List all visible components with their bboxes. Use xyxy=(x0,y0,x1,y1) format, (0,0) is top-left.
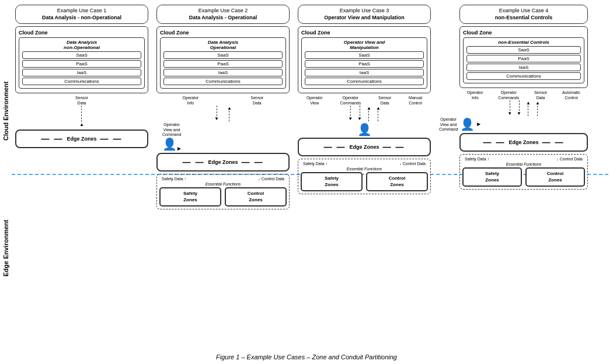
uc2-person-area: OperatorView andCommand 👤 ► xyxy=(162,123,290,152)
uc4-arr3: ▲ xyxy=(526,100,531,116)
uc3-edge-label: Edge Zones xyxy=(349,144,379,150)
uc3-arr1: ▼ xyxy=(348,106,353,121)
use-case-3-column: Example Use Case 3 Operator View and Man… xyxy=(298,5,431,194)
uc1-edge-area: — — Edge Zones — — xyxy=(15,130,148,148)
uc4-edge-label: Edge Zones xyxy=(508,139,538,145)
uc4-iaas: IaaS xyxy=(466,64,581,71)
uc1-title: Example Use Case 1 Data Analysis - non-O… xyxy=(15,5,148,24)
uc2-data-flow-labels: Safety Data ↑ ↓ Control Data xyxy=(159,177,287,181)
uc4-data-flow-labels: Safety Data ↑ ↓ Control Data xyxy=(462,157,585,161)
uc4-saas: SaaS xyxy=(466,46,581,54)
uc3-control-zone: ControlZones xyxy=(366,172,428,191)
uc1-edge-zone: — — Edge Zones — — xyxy=(15,130,148,148)
uc2-essential-label: Essential Functions xyxy=(159,182,287,186)
uc4-flow-sensor: SensorData xyxy=(534,90,547,100)
uc1-flow-label: SensorData xyxy=(75,96,88,106)
uc2-edge-dash-right: — — xyxy=(242,158,264,167)
uc4-safety-data-label: Safety Data ↑ xyxy=(465,157,489,161)
use-case-1-column: Example Use Case 1 Data Analysis - non-O… xyxy=(15,5,148,148)
uc4-arr2: ▼ xyxy=(517,100,521,116)
uc2-saas: SaaS xyxy=(163,51,283,59)
uc4-edge-area: — — Edge Zones — — Safety Data ↑ ↓ Contr… xyxy=(459,133,588,190)
uc4-arr1: ▼ xyxy=(507,100,512,116)
uc4-cloud-inner: non-Essential Controls SaaS PaaS IaaS Co… xyxy=(463,37,584,83)
uc2-arrows: ▼ ▲ xyxy=(214,106,232,121)
uc1-comms: Communications xyxy=(22,78,141,85)
uc4-cloud-title: non-Essential Controls xyxy=(466,40,581,45)
uc3-essential-label: Essential Functions xyxy=(301,167,428,171)
uc4-arrows: ▼ ▼ ▲ ▲ xyxy=(507,100,540,116)
uc4-arr4: ▲ xyxy=(535,100,540,116)
uc3-paas: PaaS xyxy=(305,60,424,68)
uc2-paas: PaaS xyxy=(163,60,283,68)
uc1-saas: SaaS xyxy=(22,51,141,59)
uc2-cloud-zone-label: Cloud Zone xyxy=(160,30,286,36)
uc1-arrows: ▲ xyxy=(79,106,84,127)
uc3-flow-manual: ManualControl xyxy=(409,96,422,106)
uc2-flow-labels: OperatorInfo SensorData xyxy=(156,96,290,106)
uc4-comms: Communications xyxy=(466,72,581,80)
uc3-data-flow-labels: Safety Data ↑ ↓ Control Data xyxy=(301,162,428,166)
uc2-cloud-zone: Cloud Zone Data AnalysisOperational SaaS… xyxy=(156,26,290,93)
uc4-control-zone: ControlZones xyxy=(525,167,585,187)
cloud-environment-label: Cloud Environment xyxy=(2,52,9,169)
uc2-iaas: IaaS xyxy=(163,69,283,76)
uc2-safety-zone: SafetyZones xyxy=(159,187,221,206)
main-container: Cloud Environment Edge Environment Examp… xyxy=(0,0,613,364)
uc1-arrow-area: SensorData ▲ xyxy=(15,96,148,127)
uc4-sub-zones-container: Safety Data ↑ ↓ Control Data Essential F… xyxy=(459,154,588,190)
uc3-control-data-label: ↓ Control Data xyxy=(399,162,426,166)
uc2-sub-zones-container: Safety Data ↑ ↓ Control Data Essential F… xyxy=(156,174,290,209)
uc3-cloud-inner: Operator View andManipulation SaaS PaaS … xyxy=(301,37,427,89)
uc3-safety-data-label: Safety Data ↑ xyxy=(303,162,328,166)
uc4-edge-dash-right: — — xyxy=(542,138,565,147)
uc2-arrow-area: OperatorInfo SensorData ▼ ▲ xyxy=(156,96,290,121)
uc3-comms: Communications xyxy=(305,78,424,85)
uc3-person-icon: 👤 xyxy=(357,123,372,136)
uc3-arr2: ▼ xyxy=(357,106,362,121)
uc4-person-icon: 👤 xyxy=(460,117,475,131)
uc1-cloud-inner: Data Analysisnon-Operational SaaS PaaS I… xyxy=(19,37,145,89)
figure-caption: Figure 1 – Example Use Cases – Zone and … xyxy=(0,354,613,360)
uc4-cloud-zone-label: Cloud Zone xyxy=(463,30,584,36)
uc1-cloud-zone-label: Cloud Zone xyxy=(19,30,145,36)
uc3-arrows: ▼ ▼ ▲ ▲ xyxy=(348,106,381,121)
uc2-flow-op-info: OperatorInfo xyxy=(183,96,199,106)
uc1-cloud-zone: Cloud Zone Data Analysisnon-Operational … xyxy=(15,26,148,93)
uc1-edge-label: Edge Zones xyxy=(67,136,96,142)
uc2-title: Example Use Case 2 Data Analysis - Opera… xyxy=(156,5,290,24)
uc3-edge-zone: — — Edge Zones — — xyxy=(298,138,431,156)
uc4-safety-zone: SafetyZones xyxy=(462,167,522,187)
uc4-title: Example Use Case 4 non-Essential Control… xyxy=(459,5,588,24)
uc2-arrow-1: ▼ xyxy=(214,106,219,121)
uc4-control-data-label: ↓ Control Data xyxy=(556,157,583,161)
uc2-person-label: OperatorView andCommand xyxy=(162,123,181,137)
uc3-person-area: 👤 xyxy=(298,123,431,136)
uc3-arr4: ▲ xyxy=(376,106,381,121)
uc3-flow-opcmds: OperatorCommands xyxy=(340,96,361,106)
uc1-edge-dash-left: — — xyxy=(41,134,64,144)
uc1-iaas: IaaS xyxy=(22,69,141,76)
uc4-edge-dash-left: — — xyxy=(483,138,506,147)
uc3-flow-sensor: SensorData xyxy=(378,96,391,106)
uc3-edge-dash-left: — — xyxy=(324,142,346,152)
use-case-4-column: Example Use Case 4 non-Essential Control… xyxy=(439,5,608,190)
uc3-iaas: IaaS xyxy=(305,69,424,76)
uc2-edge-area: — — Edge Zones — — Safety Data ↑ ↓ Contr… xyxy=(156,153,290,209)
uc3-safety-zone: SafetyZones xyxy=(301,172,363,191)
use-case-2-column: Example Use Case 2 Data Analysis - Opera… xyxy=(156,5,290,209)
uc1-cloud-title: Data Analysisnon-Operational xyxy=(22,40,141,50)
uc3-sub-zones-container: Safety Data ↑ ↓ Control Data Essential F… xyxy=(298,159,431,194)
uc3-flow-labels: OperatorView OperatorCommands SensorData… xyxy=(298,96,431,106)
uc2-arrow-2: ▲ xyxy=(227,106,232,121)
uc3-flow-opview: OperatorView xyxy=(306,96,323,106)
uc4-sub-zones: SafetyZones ControlZones xyxy=(462,167,585,187)
uc2-edge-dash-left: — — xyxy=(183,158,205,167)
uc2-edge-label: Edge Zones xyxy=(208,159,238,165)
uc3-edge-area: — — Edge Zones — — Safety Data ↑ ↓ Contr… xyxy=(298,138,431,194)
uc1-paas: PaaS xyxy=(22,60,141,68)
uc3-arr3: ▲ xyxy=(367,106,371,121)
uc3-arrow-area: OperatorView OperatorCommands SensorData… xyxy=(298,96,431,121)
uc2-flow-sensor: SensorData xyxy=(250,96,263,106)
uc1-edge-dash-right: — — xyxy=(100,134,123,144)
